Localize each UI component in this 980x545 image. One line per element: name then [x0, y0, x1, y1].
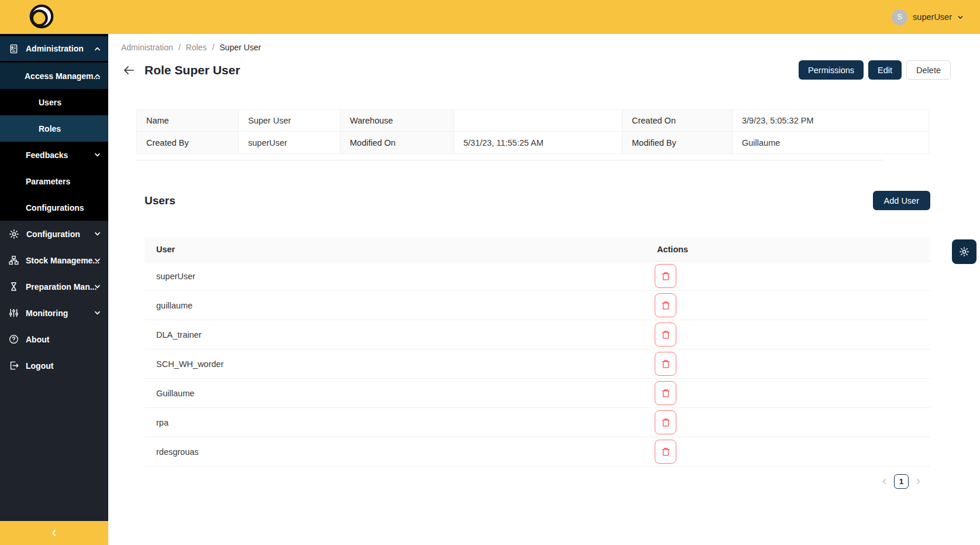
chevron-up-icon: [94, 73, 101, 79]
sidebar-item-parameters[interactable]: Parameters: [0, 168, 108, 194]
user-name-cell: rdesgrouas: [145, 447, 645, 457]
details-label-cell: Created By: [137, 132, 239, 153]
column-header-actions: Actions: [645, 238, 930, 261]
sidebar-item-monitoring[interactable]: Monitoring: [0, 300, 108, 326]
sitemap-icon: [9, 255, 19, 265]
delete-user-button[interactable]: [655, 410, 676, 434]
chevron-down-icon: [94, 257, 101, 263]
sidebar-item-administration[interactable]: Administration: [0, 36, 108, 63]
breadcrumb-current: Super User: [219, 43, 261, 52]
delete-button[interactable]: Delete: [906, 60, 951, 80]
chevron-down-icon: [957, 14, 964, 20]
user-name-cell: Guillaume: [145, 389, 645, 398]
settings-gear-button[interactable]: [952, 239, 976, 264]
delete-user-button[interactable]: [655, 293, 676, 317]
sidebar-item-logout[interactable]: Logout: [0, 352, 108, 379]
sidebar-item-roles[interactable]: Roles: [0, 115, 108, 142]
question-circle-icon: [9, 334, 19, 344]
actions-cell: [645, 381, 930, 405]
delete-user-button[interactable]: [655, 381, 676, 405]
sidebar-item-stock-management[interactable]: Stock Manageme...: [0, 247, 108, 273]
breadcrumb-separator: /: [178, 43, 181, 52]
chevron-up-icon: [94, 46, 101, 52]
page-title: Role Super User: [145, 63, 240, 77]
back-button[interactable]: [122, 64, 136, 76]
trash-icon: [661, 359, 670, 369]
actions-cell: [645, 264, 930, 288]
sidebar-menu: AdministrationAccess Managem...UsersRole…: [0, 34, 108, 521]
details-value-cell: Super User: [239, 110, 341, 132]
hourglass-icon: [9, 282, 19, 292]
chevron-down-icon: [94, 231, 101, 237]
sidebar-item-label: Roles: [39, 124, 61, 133]
sidebar-item-feedbacks[interactable]: Feedbacks: [0, 142, 108, 168]
pagination-page-1[interactable]: 1: [894, 474, 909, 489]
delete-user-button[interactable]: [655, 440, 676, 464]
sidebar-item-access-management[interactable]: Access Managem...: [0, 63, 108, 89]
table-row: rpa: [145, 408, 930, 437]
pagination-prev-button[interactable]: [881, 478, 888, 485]
user-name-cell: superUser: [145, 272, 645, 281]
delete-user-button[interactable]: [655, 352, 676, 376]
sidebar-item-label: Feedbacks: [26, 150, 68, 160]
trash-icon: [661, 388, 670, 398]
actions-cell: [645, 440, 930, 464]
topbar: S superUser: [0, 0, 980, 34]
details-value-cell: [454, 110, 623, 132]
details-value-cell: 5/31/23, 11:55:25 AM: [454, 132, 623, 153]
table-row: Guillaume: [145, 379, 930, 408]
sidebar: AdministrationAccess Managem...UsersRole…: [0, 34, 108, 545]
user-name: superUser: [913, 12, 952, 22]
breadcrumb-administration[interactable]: Administration: [121, 43, 173, 52]
sidebar-item-label: About: [26, 335, 49, 344]
details-label-cell: Modified On: [341, 132, 454, 153]
sidebar-item-about[interactable]: About: [0, 326, 108, 352]
delete-user-button[interactable]: [655, 264, 676, 288]
header-actions: Permissions Edit Delete: [799, 60, 951, 80]
chevron-left-icon: [881, 478, 888, 485]
main-content: Administration/Roles/Super User Role Sup…: [108, 34, 980, 545]
actions-cell: [645, 410, 930, 434]
add-user-button[interactable]: Add User: [873, 191, 930, 210]
breadcrumb-roles[interactable]: Roles: [186, 43, 207, 52]
sidebar-item-users[interactable]: Users: [0, 89, 108, 115]
app-logo-icon: [28, 4, 55, 30]
chevron-left-icon: [50, 529, 58, 537]
sidebar-item-label: Stock Manageme...: [26, 256, 99, 265]
user-menu[interactable]: S superUser: [892, 9, 964, 25]
sidebar-item-label: Logout: [26, 361, 53, 371]
sidebar-collapse-button[interactable]: [0, 521, 108, 545]
user-name-cell: DLA_trainer: [145, 330, 645, 340]
pagination: 1: [145, 474, 921, 489]
permissions-button[interactable]: Permissions: [799, 60, 864, 80]
sidebar-item-label: Access Managem...: [25, 71, 100, 81]
arrow-left-icon: [123, 66, 135, 75]
table-row: SCH_WH_worder: [145, 349, 930, 379]
chevron-down-icon: [94, 152, 101, 158]
sidebar-item-label: Users: [39, 98, 61, 107]
sidebar-item-preparation-management[interactable]: Preparation Man...: [0, 273, 108, 300]
edit-button[interactable]: Edit: [868, 60, 902, 80]
actions-cell: [645, 352, 930, 376]
user-name-cell: guillaume: [145, 301, 645, 310]
sidebar-item-label: Monitoring: [26, 309, 68, 318]
sidebar-item-label: Configurations: [26, 203, 84, 212]
table-row: rdesgrouas: [145, 437, 930, 467]
users-table-body: superUserguillaumeDLA_trainerSCH_WH_word…: [145, 262, 930, 467]
trash-icon: [661, 300, 670, 310]
users-section: Users Add User User Actions superUsergui…: [145, 191, 930, 489]
logout-icon: [9, 361, 19, 371]
table-row: guillaume: [145, 291, 930, 320]
sidebar-item-configurations[interactable]: Configurations: [0, 194, 108, 221]
sidebar-item-label: Configuration: [26, 229, 80, 239]
sidebar-item-configuration[interactable]: Configuration: [0, 221, 108, 247]
details-label-cell: Warehouse: [341, 110, 454, 132]
user-name-cell: SCH_WH_worder: [145, 359, 645, 369]
sidebar-item-label: Administration: [26, 44, 84, 53]
avatar: S: [892, 9, 907, 25]
page-header: Role Super User Permissions Edit Delete: [122, 60, 951, 80]
table-row: DLA_trainer: [145, 320, 930, 349]
trash-icon: [661, 271, 670, 281]
delete-user-button[interactable]: [655, 323, 676, 347]
pagination-next-button[interactable]: [915, 478, 921, 485]
